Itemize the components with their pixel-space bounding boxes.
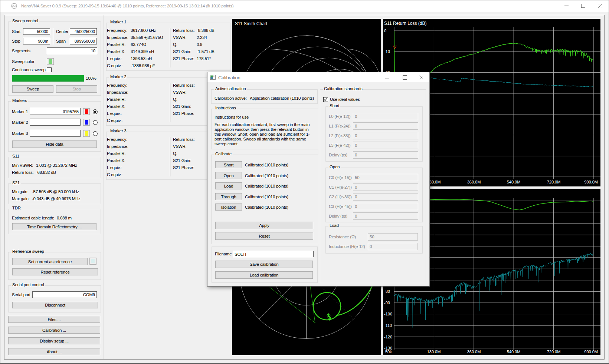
svg-text:180.0M: 180.0M <box>427 350 441 354</box>
svg-text:0: 0 <box>384 29 386 33</box>
svg-text:900.0M: 900.0M <box>584 350 598 354</box>
svg-text:S11 Return Loss (dB): S11 Return Loss (dB) <box>384 21 427 26</box>
svg-text:900.0M: 900.0M <box>584 180 598 184</box>
svg-text:-90: -90 <box>384 301 390 305</box>
svg-text:540.0M: 540.0M <box>507 180 521 184</box>
svg-text:360.0M: 360.0M <box>467 350 481 354</box>
svg-text:-10: -10 <box>384 49 390 54</box>
svg-text:-110: -110 <box>384 323 392 328</box>
svg-text:S11 Smith Chart: S11 Smith Chart <box>235 21 268 26</box>
svg-text:360.0M: 360.0M <box>467 180 481 184</box>
svg-text:-120: -120 <box>384 335 392 339</box>
svg-text:50k: 50k <box>385 350 392 354</box>
svg-text:540.0M: 540.0M <box>507 350 521 354</box>
svg-text:720.0M: 720.0M <box>547 350 561 354</box>
svg-text:-80: -80 <box>384 289 390 294</box>
svg-text:-100: -100 <box>384 312 392 316</box>
svg-text:720.0M: 720.0M <box>547 180 561 184</box>
